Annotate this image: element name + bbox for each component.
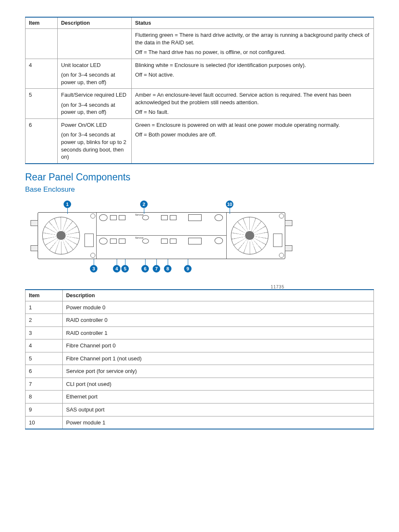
controller-bay-icon: Service Service	[97, 213, 226, 259]
callout-9: 9	[184, 265, 192, 272]
ethernet-port-icon	[170, 239, 176, 244]
table-row: 8Ethernet port	[26, 391, 374, 403]
clip-icon	[285, 220, 292, 226]
raid-controller-0-icon: Service	[97, 213, 226, 236]
cell-item: 5	[26, 352, 63, 365]
fc-port-icon	[119, 215, 125, 220]
cell-desc: RAID controller 0	[63, 314, 374, 327]
th-desc: Description	[58, 17, 132, 29]
cell-item: 4	[26, 339, 63, 352]
rear-panel-diagram: Service Service	[38, 198, 374, 282]
callout-4: 4	[113, 265, 120, 272]
table-row: 7CLI port (not used)	[26, 378, 374, 391]
cell-item	[26, 29, 58, 59]
cell-desc: Power module 1	[63, 416, 374, 429]
callout-1: 1	[64, 200, 71, 208]
cell-desc: Power module 0	[63, 301, 374, 314]
cell-item: 5	[26, 89, 58, 119]
chassis-icon: Service Service	[38, 212, 285, 259]
callout-7: 7	[153, 265, 160, 272]
table-row: 5Fibre Channel port 1 (not used)	[26, 352, 374, 365]
callout-6: 6	[141, 265, 149, 272]
callout-8: 8	[164, 265, 171, 272]
cell-desc: Power On/OK LED (on for 3–4 seconds at p…	[58, 118, 132, 163]
callout-2: 2	[140, 200, 148, 208]
sas-port-icon	[188, 214, 202, 221]
cell-desc: Fibre Channel port 1 (not used)	[63, 352, 374, 365]
cell-desc: Unit locator LED (on for 3–4 seconds at …	[58, 59, 132, 89]
cell-item: 2	[26, 314, 63, 327]
table-row: 6 Power On/OK LED (on for 3–4 seconds at…	[26, 118, 374, 163]
table-row: 3RAID controller 1	[26, 326, 374, 339]
clip-icon	[285, 245, 292, 251]
table-row: 2RAID controller 0	[26, 314, 374, 327]
cell-desc	[58, 29, 132, 59]
cell-desc: RAID controller 1	[63, 326, 374, 339]
cell-status: Blinking white = Enclosure is selected (…	[132, 59, 374, 89]
cell-status: Fluttering green = There is hard drive a…	[132, 29, 374, 59]
cell-item: 6	[26, 118, 58, 163]
table-row: 9SAS output port	[26, 403, 374, 416]
cell-desc: SAS output port	[63, 403, 374, 416]
fan-icon	[231, 217, 269, 254]
cell-desc: Fibre Channel port 0	[63, 339, 374, 352]
cell-item: 6	[26, 365, 63, 378]
table-row: 5 Fault/Service required LED (on for 3–4…	[26, 89, 374, 119]
fan-icon	[42, 217, 80, 254]
table-row: 4Fibre Channel port 0	[26, 339, 374, 352]
cell-item: 8	[26, 391, 63, 403]
cell-item: 4	[26, 59, 58, 89]
table-row: Fluttering green = There is hard drive a…	[26, 29, 374, 59]
cell-status: Amber = An enclosure-level fault occurre…	[132, 89, 374, 119]
service-port-icon	[142, 215, 149, 220]
callout-10: 10	[226, 200, 233, 208]
clip-icon	[31, 245, 38, 251]
cli-port-icon	[161, 239, 168, 244]
service-port-icon	[142, 239, 149, 244]
screw-icon	[215, 237, 223, 244]
fc-port-icon	[110, 239, 117, 244]
heading-base-enclosure: Base Enclosure	[25, 185, 374, 194]
sas-port-icon	[188, 238, 202, 244]
th-status: Status	[132, 17, 374, 29]
table-row: 1Power module 0	[26, 301, 374, 314]
screw-icon	[99, 238, 107, 244]
cell-desc: Fault/Service required LED (on for 3–4 s…	[58, 89, 132, 119]
callout-3: 3	[90, 265, 97, 272]
cell-desc: Service port (for service only)	[63, 365, 374, 378]
fc-port-icon	[119, 239, 125, 244]
cell-item: 3	[26, 326, 63, 339]
cell-status: Green = Enclosure is powered on with at …	[132, 118, 374, 163]
th-desc: Description	[63, 290, 374, 301]
fc-port-icon	[110, 215, 117, 220]
power-module-1-icon	[226, 213, 285, 259]
image-number: 11735	[271, 285, 284, 289]
screw-icon	[215, 214, 223, 221]
screw-icon	[99, 214, 107, 221]
cell-item: 10	[26, 416, 63, 429]
callout-5: 5	[121, 265, 129, 272]
table-row: 10Power module 1	[26, 416, 374, 429]
th-item: Item	[26, 17, 58, 29]
heading-rear-panel: Rear Panel Components	[25, 172, 374, 183]
table-row: 4 Unit locator LED (on for 3–4 seconds a…	[26, 59, 374, 89]
table-row: 6Service port (for service only)	[26, 365, 374, 378]
ethernet-port-icon	[170, 215, 176, 220]
power-module-0-icon	[38, 213, 97, 259]
led-status-table: Item Description Status Fluttering green…	[25, 17, 374, 164]
cell-item: 1	[26, 301, 63, 314]
rear-panel-table: Item Description 1Power module 02RAID co…	[25, 289, 374, 429]
clip-icon	[31, 220, 38, 226]
raid-controller-1-icon: Service	[97, 236, 226, 259]
cell-item: 7	[26, 378, 63, 391]
cell-desc: Ethernet port	[63, 391, 374, 403]
cli-port-icon	[161, 215, 168, 220]
cell-desc: CLI port (not used)	[63, 378, 374, 391]
th-item: Item	[26, 290, 63, 301]
cell-item: 9	[26, 403, 63, 416]
